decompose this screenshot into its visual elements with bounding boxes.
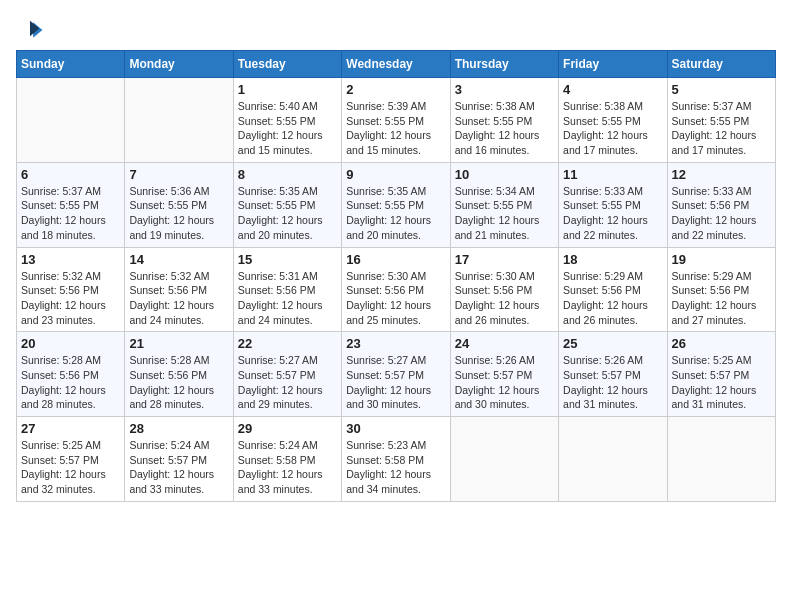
calendar-cell: 11Sunrise: 5:33 AMSunset: 5:55 PMDayligh… <box>559 162 667 247</box>
calendar-header-thursday: Thursday <box>450 51 558 78</box>
calendar-cell: 14Sunrise: 5:32 AMSunset: 5:56 PMDayligh… <box>125 247 233 332</box>
day-info: Sunrise: 5:29 AMSunset: 5:56 PMDaylight:… <box>563 269 662 328</box>
page-header <box>16 16 776 44</box>
calendar-cell: 24Sunrise: 5:26 AMSunset: 5:57 PMDayligh… <box>450 332 558 417</box>
day-info: Sunrise: 5:30 AMSunset: 5:56 PMDaylight:… <box>455 269 554 328</box>
calendar-cell: 16Sunrise: 5:30 AMSunset: 5:56 PMDayligh… <box>342 247 450 332</box>
day-number: 25 <box>563 336 662 351</box>
calendar-cell: 10Sunrise: 5:34 AMSunset: 5:55 PMDayligh… <box>450 162 558 247</box>
calendar-cell: 6Sunrise: 5:37 AMSunset: 5:55 PMDaylight… <box>17 162 125 247</box>
day-info: Sunrise: 5:27 AMSunset: 5:57 PMDaylight:… <box>346 353 445 412</box>
calendar-cell: 20Sunrise: 5:28 AMSunset: 5:56 PMDayligh… <box>17 332 125 417</box>
logo <box>16 16 48 44</box>
day-info: Sunrise: 5:29 AMSunset: 5:56 PMDaylight:… <box>672 269 771 328</box>
calendar-cell: 21Sunrise: 5:28 AMSunset: 5:56 PMDayligh… <box>125 332 233 417</box>
calendar-table: SundayMondayTuesdayWednesdayThursdayFrid… <box>16 50 776 502</box>
day-number: 20 <box>21 336 120 351</box>
calendar-header-wednesday: Wednesday <box>342 51 450 78</box>
calendar-cell <box>667 417 775 502</box>
calendar-cell: 22Sunrise: 5:27 AMSunset: 5:57 PMDayligh… <box>233 332 341 417</box>
day-info: Sunrise: 5:23 AMSunset: 5:58 PMDaylight:… <box>346 438 445 497</box>
day-info: Sunrise: 5:28 AMSunset: 5:56 PMDaylight:… <box>129 353 228 412</box>
day-number: 13 <box>21 252 120 267</box>
day-number: 7 <box>129 167 228 182</box>
day-number: 6 <box>21 167 120 182</box>
day-info: Sunrise: 5:38 AMSunset: 5:55 PMDaylight:… <box>563 99 662 158</box>
day-number: 2 <box>346 82 445 97</box>
day-number: 24 <box>455 336 554 351</box>
day-number: 21 <box>129 336 228 351</box>
day-info: Sunrise: 5:28 AMSunset: 5:56 PMDaylight:… <box>21 353 120 412</box>
calendar-header-friday: Friday <box>559 51 667 78</box>
day-info: Sunrise: 5:30 AMSunset: 5:56 PMDaylight:… <box>346 269 445 328</box>
day-number: 14 <box>129 252 228 267</box>
day-number: 23 <box>346 336 445 351</box>
logo-icon <box>16 16 44 44</box>
day-number: 5 <box>672 82 771 97</box>
calendar-header-monday: Monday <box>125 51 233 78</box>
calendar-header-tuesday: Tuesday <box>233 51 341 78</box>
day-number: 18 <box>563 252 662 267</box>
calendar-week-row: 20Sunrise: 5:28 AMSunset: 5:56 PMDayligh… <box>17 332 776 417</box>
day-info: Sunrise: 5:33 AMSunset: 5:55 PMDaylight:… <box>563 184 662 243</box>
day-number: 16 <box>346 252 445 267</box>
day-info: Sunrise: 5:31 AMSunset: 5:56 PMDaylight:… <box>238 269 337 328</box>
calendar-cell: 12Sunrise: 5:33 AMSunset: 5:56 PMDayligh… <box>667 162 775 247</box>
day-number: 12 <box>672 167 771 182</box>
day-number: 8 <box>238 167 337 182</box>
day-number: 9 <box>346 167 445 182</box>
day-info: Sunrise: 5:39 AMSunset: 5:55 PMDaylight:… <box>346 99 445 158</box>
day-number: 27 <box>21 421 120 436</box>
day-info: Sunrise: 5:35 AMSunset: 5:55 PMDaylight:… <box>346 184 445 243</box>
calendar-cell: 4Sunrise: 5:38 AMSunset: 5:55 PMDaylight… <box>559 78 667 163</box>
day-info: Sunrise: 5:24 AMSunset: 5:57 PMDaylight:… <box>129 438 228 497</box>
calendar-cell: 26Sunrise: 5:25 AMSunset: 5:57 PMDayligh… <box>667 332 775 417</box>
day-info: Sunrise: 5:34 AMSunset: 5:55 PMDaylight:… <box>455 184 554 243</box>
calendar-cell: 2Sunrise: 5:39 AMSunset: 5:55 PMDaylight… <box>342 78 450 163</box>
day-info: Sunrise: 5:32 AMSunset: 5:56 PMDaylight:… <box>21 269 120 328</box>
calendar-cell: 3Sunrise: 5:38 AMSunset: 5:55 PMDaylight… <box>450 78 558 163</box>
day-number: 10 <box>455 167 554 182</box>
calendar-cell: 8Sunrise: 5:35 AMSunset: 5:55 PMDaylight… <box>233 162 341 247</box>
calendar-cell: 15Sunrise: 5:31 AMSunset: 5:56 PMDayligh… <box>233 247 341 332</box>
calendar-cell <box>559 417 667 502</box>
day-number: 11 <box>563 167 662 182</box>
day-info: Sunrise: 5:24 AMSunset: 5:58 PMDaylight:… <box>238 438 337 497</box>
day-info: Sunrise: 5:25 AMSunset: 5:57 PMDaylight:… <box>21 438 120 497</box>
calendar-week-row: 13Sunrise: 5:32 AMSunset: 5:56 PMDayligh… <box>17 247 776 332</box>
day-info: Sunrise: 5:26 AMSunset: 5:57 PMDaylight:… <box>563 353 662 412</box>
calendar-cell: 29Sunrise: 5:24 AMSunset: 5:58 PMDayligh… <box>233 417 341 502</box>
day-number: 19 <box>672 252 771 267</box>
calendar-week-row: 1Sunrise: 5:40 AMSunset: 5:55 PMDaylight… <box>17 78 776 163</box>
calendar-cell: 18Sunrise: 5:29 AMSunset: 5:56 PMDayligh… <box>559 247 667 332</box>
day-info: Sunrise: 5:32 AMSunset: 5:56 PMDaylight:… <box>129 269 228 328</box>
calendar-header-row: SundayMondayTuesdayWednesdayThursdayFrid… <box>17 51 776 78</box>
calendar-week-row: 6Sunrise: 5:37 AMSunset: 5:55 PMDaylight… <box>17 162 776 247</box>
calendar-cell <box>450 417 558 502</box>
calendar-cell: 23Sunrise: 5:27 AMSunset: 5:57 PMDayligh… <box>342 332 450 417</box>
day-info: Sunrise: 5:26 AMSunset: 5:57 PMDaylight:… <box>455 353 554 412</box>
calendar-week-row: 27Sunrise: 5:25 AMSunset: 5:57 PMDayligh… <box>17 417 776 502</box>
day-info: Sunrise: 5:37 AMSunset: 5:55 PMDaylight:… <box>21 184 120 243</box>
calendar-cell: 1Sunrise: 5:40 AMSunset: 5:55 PMDaylight… <box>233 78 341 163</box>
day-number: 26 <box>672 336 771 351</box>
calendar-cell <box>17 78 125 163</box>
calendar-cell: 25Sunrise: 5:26 AMSunset: 5:57 PMDayligh… <box>559 332 667 417</box>
calendar-cell: 13Sunrise: 5:32 AMSunset: 5:56 PMDayligh… <box>17 247 125 332</box>
calendar-header-sunday: Sunday <box>17 51 125 78</box>
day-info: Sunrise: 5:25 AMSunset: 5:57 PMDaylight:… <box>672 353 771 412</box>
day-info: Sunrise: 5:37 AMSunset: 5:55 PMDaylight:… <box>672 99 771 158</box>
day-number: 4 <box>563 82 662 97</box>
calendar-header-saturday: Saturday <box>667 51 775 78</box>
day-number: 28 <box>129 421 228 436</box>
calendar-cell: 28Sunrise: 5:24 AMSunset: 5:57 PMDayligh… <box>125 417 233 502</box>
calendar-cell: 30Sunrise: 5:23 AMSunset: 5:58 PMDayligh… <box>342 417 450 502</box>
calendar-cell <box>125 78 233 163</box>
day-info: Sunrise: 5:35 AMSunset: 5:55 PMDaylight:… <box>238 184 337 243</box>
calendar-cell: 9Sunrise: 5:35 AMSunset: 5:55 PMDaylight… <box>342 162 450 247</box>
calendar-cell: 5Sunrise: 5:37 AMSunset: 5:55 PMDaylight… <box>667 78 775 163</box>
day-info: Sunrise: 5:36 AMSunset: 5:55 PMDaylight:… <box>129 184 228 243</box>
day-info: Sunrise: 5:33 AMSunset: 5:56 PMDaylight:… <box>672 184 771 243</box>
day-number: 17 <box>455 252 554 267</box>
calendar-cell: 7Sunrise: 5:36 AMSunset: 5:55 PMDaylight… <box>125 162 233 247</box>
